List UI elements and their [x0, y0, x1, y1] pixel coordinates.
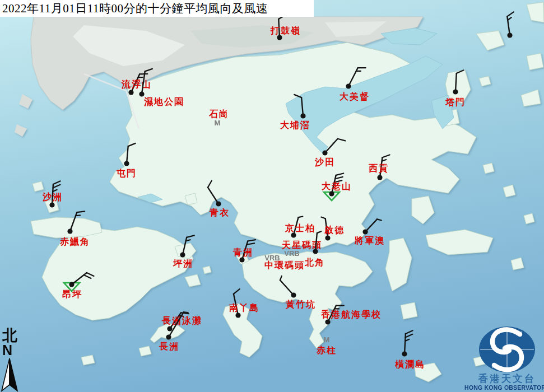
station-dot [49, 202, 54, 207]
station-dot [322, 150, 327, 155]
missing-data-marker: M [215, 119, 221, 127]
station-label: 昂坪 [62, 289, 82, 300]
station-label: 濕地公園 [143, 96, 184, 107]
station-dot [300, 113, 305, 118]
wind-barb-flag [76, 215, 80, 216]
station-label: 打鼓嶺 [270, 25, 301, 36]
station-dot [313, 249, 318, 254]
station-dot [291, 292, 296, 297]
station-label: 青衣 [209, 207, 230, 218]
station-label: 北角 [304, 257, 325, 268]
wind-map-screenshot: 打鼓嶺流浮山濕地公園M石崗大美督塔門大埔滘沙田西貢屯門沙洲大老山青衣赤鱲角京士柏… [0, 0, 544, 392]
missing-data-marker: M [324, 335, 330, 344]
station-dot [377, 175, 382, 180]
station-label: 坪洲 [173, 258, 193, 269]
page-title: 2022年11月01日11時00分的十分鐘平均風向及風速 [2, 1, 268, 16]
station-label: 石崗 [208, 109, 229, 119]
station-dot [329, 191, 334, 196]
variable-wind-marker: VRB [284, 249, 299, 258]
station-label: 橫瀾島 [394, 359, 425, 370]
title-bar: 2022年11月01日11時00分的十分鐘平均風向及風速 [0, 0, 314, 17]
station-label: 南丫島 [229, 302, 259, 313]
station-dot [507, 32, 512, 38]
station-label: 大美督 [340, 91, 370, 102]
station-dot [124, 161, 129, 166]
wind-barb-flag [184, 312, 188, 312]
station-label: 香港航海學校 [320, 309, 382, 320]
station-dot [128, 90, 133, 95]
station-label: 赤鱲角 [59, 236, 90, 247]
station-dot [69, 282, 74, 287]
airport-island [31, 217, 102, 238]
station-label: 京士柏 [285, 223, 315, 234]
station-label: 長洲 [159, 341, 179, 352]
station-dot [216, 201, 221, 206]
station-dot [402, 351, 407, 356]
station-label: 青洲 [233, 247, 253, 258]
station-dot [325, 319, 330, 324]
station-label: 沙田 [314, 157, 335, 167]
compass-letter: N [2, 342, 12, 358]
station-label: 中環碼頭 [264, 260, 305, 270]
station-dot [180, 252, 185, 257]
station-label: 長洲泳灘 [161, 315, 202, 326]
station-label: 大老山 [322, 181, 352, 192]
station-label: 流浮山 [121, 79, 152, 90]
hong-kong-wind-map: 打鼓嶺流浮山濕地公園M石崗大美督塔門大埔滘沙田西貢屯門沙洲大老山青衣赤鱲角京士柏… [0, 0, 544, 392]
station-dot [239, 257, 244, 262]
station-dot [453, 89, 458, 94]
station-dot [67, 228, 72, 234]
station-dot [346, 83, 351, 88]
station-label: 沙洲 [42, 192, 63, 202]
station-dot [166, 334, 171, 339]
hko-logo-name-cn: 香港天文台 [478, 373, 536, 384]
station-label: 赤柱 [316, 345, 337, 356]
station-label: 塔門 [445, 97, 466, 108]
station-dot [235, 312, 240, 318]
station-label: 黃竹坑 [285, 299, 316, 310]
hko-logo-name-en: HONG KONG OBSERVATORY [464, 384, 544, 391]
compass-hanzi: 北 [2, 326, 17, 344]
station-dot [325, 235, 330, 240]
station-dot [362, 229, 368, 234]
station-dot [167, 326, 172, 331]
station-label: 啟德 [324, 225, 345, 235]
station-label: 大埔滘 [280, 120, 310, 130]
station-label: 西貢 [368, 163, 389, 174]
station-label: 將軍澳 [354, 235, 385, 246]
station-label: 屯門 [116, 168, 137, 179]
